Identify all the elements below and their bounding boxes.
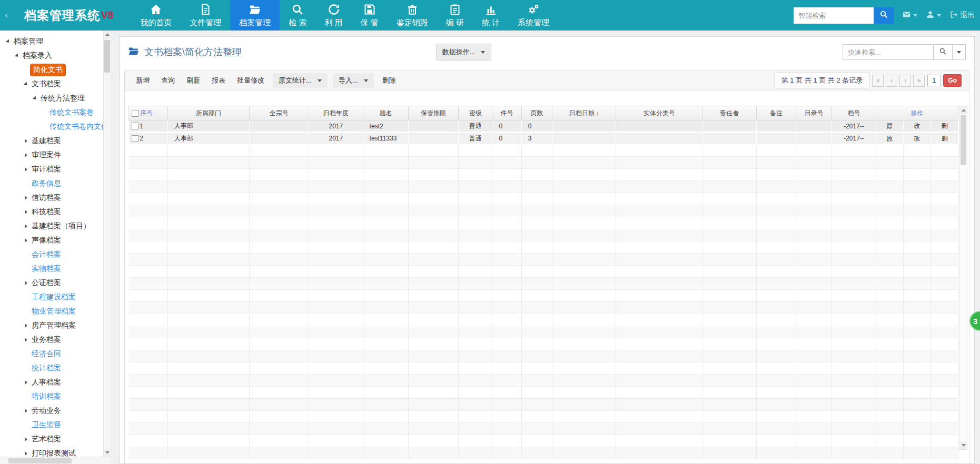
- data-operations-dropdown[interactable]: 数据操作...: [436, 44, 491, 60]
- column-header-itemno[interactable]: 件号: [492, 106, 521, 120]
- tree-item-label[interactable]: 传统方法整理: [39, 93, 86, 104]
- tree-toggle-icon[interactable]: [4, 39, 12, 44]
- tree-toggle-icon[interactable]: [22, 451, 30, 456]
- tree-toggle-icon[interactable]: [22, 409, 30, 413]
- last-page-button[interactable]: »: [913, 75, 925, 87]
- column-header-note[interactable]: 备注: [756, 106, 796, 120]
- column-header-dept[interactable]: 所属部门: [168, 106, 250, 120]
- tree-item-label[interactable]: 人事档案: [30, 377, 63, 388]
- tree-toggle-icon[interactable]: [22, 167, 30, 172]
- tree-item-label[interactable]: 艺术档案: [30, 434, 63, 445]
- tree-toggle-icon[interactable]: [22, 139, 30, 143]
- tree-toggle-icon[interactable]: [22, 210, 30, 214]
- toolbar-button[interactable]: 报表: [206, 73, 231, 88]
- tree-item-label[interactable]: 文书档案: [30, 79, 63, 89]
- scroll-down-arrow[interactable]: [104, 449, 111, 457]
- scrollbar-thumb[interactable]: [104, 40, 110, 73]
- column-header-quanzong[interactable]: 全宗号: [249, 106, 309, 120]
- tree-item-label[interactable]: 培训档案: [30, 391, 63, 402]
- tree-item-label[interactable]: 声像档案: [30, 235, 63, 246]
- tree-toggle-icon[interactable]: [13, 54, 21, 58]
- tree-item-label[interactable]: 基建档案（项目）: [30, 221, 92, 231]
- nav-item-keep[interactable]: 保 管: [352, 0, 388, 31]
- nav-item-utilize[interactable]: 利 用: [315, 0, 351, 31]
- tree-item-label[interactable]: 打印报表测试: [30, 448, 77, 457]
- row-checkbox[interactable]: [132, 135, 138, 142]
- nav-item-retrieve[interactable]: 检 索: [280, 0, 315, 31]
- tree-item-label[interactable]: 实物档案: [30, 264, 63, 274]
- tree-toggle-icon[interactable]: [22, 196, 30, 200]
- scroll-down-arrow[interactable]: [960, 441, 967, 449]
- tree-item-label[interactable]: 公证档案: [30, 278, 63, 288]
- tree-toggle-icon[interactable]: [22, 281, 30, 285]
- nav-item-system-manage[interactable]: 系统管理: [509, 0, 558, 31]
- tree-item-label[interactable]: 审理案件: [30, 150, 63, 160]
- tree-toggle-icon[interactable]: [22, 437, 30, 441]
- tree-item-label[interactable]: 会计档案: [30, 249, 63, 260]
- tree-toggle-icon[interactable]: [22, 238, 30, 243]
- op-delete-link[interactable]: 删: [930, 134, 958, 143]
- nav-item-statistics[interactable]: 统 计: [473, 0, 509, 31]
- prev-page-button[interactable]: ‹: [886, 75, 897, 87]
- column-header-catalog[interactable]: 目录号: [796, 106, 832, 120]
- tree-item-label[interactable]: 经济合同: [30, 349, 63, 359]
- toolbar-button[interactable]: 批量修改: [231, 73, 270, 88]
- tree-item-label[interactable]: 传统文书案卷: [48, 107, 95, 118]
- sidebar-scrollbar[interactable]: [103, 31, 111, 457]
- op-original-link[interactable]: 原: [876, 134, 903, 143]
- next-page-button[interactable]: ›: [899, 75, 911, 87]
- tree-item-label[interactable]: 基建档案: [30, 136, 63, 146]
- nav-item-home[interactable]: 我的首页: [131, 0, 181, 31]
- smart-search-button[interactable]: [874, 7, 894, 24]
- tree-item-label[interactable]: 卫生监督: [30, 420, 63, 430]
- user-menu[interactable]: [926, 10, 941, 21]
- logout-button[interactable]: 退出: [949, 11, 975, 21]
- column-header-period[interactable]: 保管期限: [409, 106, 459, 120]
- op-delete-link[interactable]: 删: [930, 122, 958, 130]
- op-original-link[interactable]: 原: [876, 122, 903, 130]
- messages-menu[interactable]: [902, 10, 917, 21]
- tree-toggle-icon[interactable]: [22, 82, 30, 86]
- tree-item-label[interactable]: 工程建设档案: [30, 292, 77, 302]
- quick-search-input[interactable]: [843, 44, 933, 60]
- scroll-up-arrow[interactable]: [104, 31, 111, 38]
- op-modify-link[interactable]: 改: [903, 134, 930, 143]
- row-checkbox[interactable]: [132, 123, 138, 129]
- tree-item-label[interactable]: 房产管理档案: [30, 320, 77, 331]
- smart-search-input[interactable]: [794, 7, 874, 24]
- nav-item-archive-manage[interactable]: 档案管理: [230, 0, 280, 31]
- nav-item-compile[interactable]: 编 研: [437, 0, 473, 31]
- column-header-secret[interactable]: 密级: [458, 106, 492, 120]
- table-scrollbar[interactable]: [959, 106, 967, 450]
- tree-item-label[interactable]: 劳动业务: [30, 406, 63, 416]
- column-header-title[interactable]: 题名: [363, 106, 409, 120]
- first-page-button[interactable]: «: [872, 75, 884, 87]
- toolbar-button[interactable]: 删除: [377, 73, 402, 88]
- quick-search-button[interactable]: [933, 44, 953, 60]
- tree-item-label[interactable]: 审计档案: [30, 164, 63, 175]
- go-button[interactable]: Go: [943, 74, 962, 87]
- tree-toggle-icon[interactable]: [22, 153, 30, 157]
- nav-item-appraise-destroy[interactable]: 鉴定销毁: [388, 0, 437, 31]
- op-modify-link[interactable]: 改: [903, 122, 930, 130]
- nav-item-file-manage[interactable]: 文件管理: [181, 0, 230, 31]
- scroll-up-arrow[interactable]: [960, 106, 967, 114]
- toolbar-button[interactable]: 查询: [155, 73, 181, 88]
- column-header-pages[interactable]: 页数: [521, 106, 552, 120]
- tree-toggle-icon[interactable]: [22, 338, 30, 342]
- toolbar-button[interactable]: 刷新: [181, 73, 206, 88]
- column-header-date[interactable]: 归档日期 ↓: [552, 106, 616, 120]
- toolbar-button[interactable]: 新增: [130, 73, 155, 88]
- column-header-cls[interactable]: 实体分类号: [616, 106, 702, 120]
- toolbar-button[interactable]: 导入...: [333, 73, 374, 88]
- tree-item-label[interactable]: 简化文书: [30, 64, 66, 76]
- tree-toggle-icon[interactable]: [31, 96, 39, 100]
- tree-item-label[interactable]: 传统文书卷内文件: [48, 122, 103, 132]
- column-header-owner[interactable]: 责任者: [702, 106, 756, 120]
- collapse-sidebar-button[interactable]: ‹: [0, 0, 13, 31]
- column-header-seq[interactable]: 序号: [129, 106, 168, 120]
- tree-item-label[interactable]: 档案管理: [12, 36, 45, 47]
- select-all-checkbox[interactable]: [132, 110, 138, 117]
- column-header-year[interactable]: 归档年度: [309, 106, 363, 120]
- scrollbar-thumb[interactable]: [961, 115, 966, 165]
